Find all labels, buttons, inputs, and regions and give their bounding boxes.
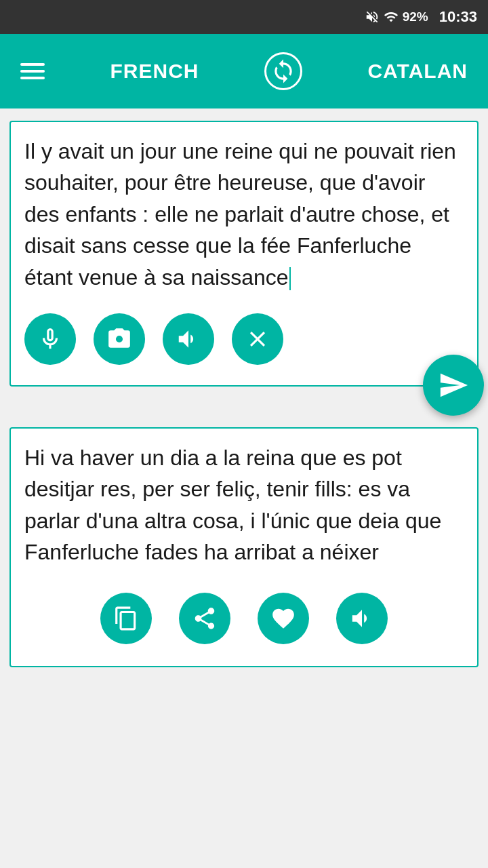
toolbar: FRENCH CATALAN [0, 34, 488, 108]
output-panel: Hi va haver un dia a la reina que es pot… [9, 427, 479, 667]
input-panel: Il y avait un jour une reine qui ne pouv… [9, 121, 479, 387]
battery-indicator: 92% [403, 9, 428, 24]
share-button[interactable] [179, 593, 230, 644]
output-action-buttons [24, 593, 464, 652]
volume-icon-input [176, 326, 201, 352]
target-language-label: CATALAN [367, 60, 468, 83]
camera-button[interactable] [94, 313, 145, 365]
send-icon [438, 370, 469, 401]
mic-icon [37, 326, 63, 352]
share-icon [192, 606, 218, 631]
camera-icon [106, 326, 132, 352]
main-content: Il y avait un jour une reine qui ne pouv… [0, 121, 488, 667]
menu-line-3 [20, 77, 45, 79]
source-language-label: FRENCH [110, 60, 199, 83]
input-text[interactable]: Il y avait un jour une reine qui ne pouv… [24, 136, 464, 293]
favorite-button[interactable] [258, 593, 309, 644]
speaker-button-output[interactable] [336, 593, 388, 644]
status-bar: 92% 10:33 [0, 0, 488, 34]
status-time: 10:33 [439, 8, 477, 26]
close-icon [245, 326, 270, 352]
text-cursor [289, 267, 291, 290]
hamburger-menu[interactable] [20, 63, 45, 79]
heart-icon [270, 606, 296, 631]
mic-button[interactable] [24, 313, 76, 365]
status-icons: 92% 10:33 [365, 8, 477, 26]
volume-icon-output [349, 606, 375, 631]
copy-icon [113, 606, 139, 631]
output-text-content: Hi va haver un dia a la reina que es pot… [24, 446, 441, 564]
copy-button[interactable] [100, 593, 152, 644]
clear-button[interactable] [232, 313, 283, 365]
menu-line-1 [20, 63, 45, 66]
send-button[interactable] [423, 355, 484, 416]
swap-icon [270, 58, 296, 84]
input-action-buttons [24, 313, 464, 372]
speaker-button-input[interactable] [163, 313, 214, 365]
input-text-content: Il y avait un jour une reine qui ne pouv… [24, 139, 456, 290]
swap-languages-button[interactable] [264, 52, 302, 90]
menu-line-2 [20, 70, 45, 73]
wifi-icon [384, 9, 399, 24]
mute-icon [365, 9, 380, 24]
output-text: Hi va haver un dia a la reina que es pot… [24, 442, 464, 568]
